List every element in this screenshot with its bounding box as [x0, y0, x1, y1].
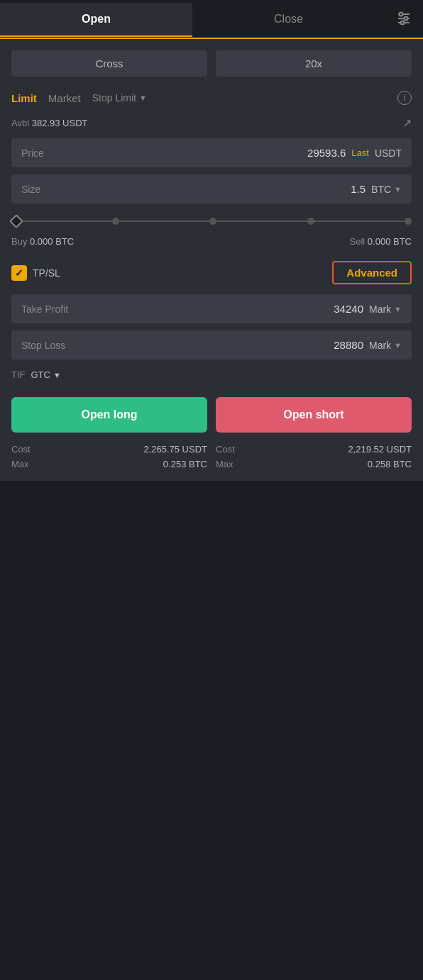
market-type[interactable]: Market [48, 92, 81, 104]
tpsl-row: ✓ TP/SL Advanced [11, 261, 412, 284]
max-long-row: Max 0.253 BTC [11, 459, 207, 469]
size-label: Size [21, 184, 40, 195]
tpsl-label: TP/SL [33, 267, 60, 279]
cost-short-value: 2,219.52 USDT [348, 444, 412, 455]
stop-loss-field[interactable]: Stop Loss 28880 Mark ▼ [11, 330, 412, 360]
take-profit-label: Take Profit [21, 304, 68, 315]
size-value-row: 1.5 BTC ▼ [351, 183, 402, 195]
chevron-down-icon-size: ▼ [394, 185, 402, 194]
mode-row: Cross 20x [11, 50, 412, 77]
info-icon[interactable]: i [397, 91, 412, 105]
max-short-label: Max [216, 459, 234, 469]
take-profit-mark-dropdown[interactable]: Mark ▼ [369, 304, 402, 315]
short-cost-max: Cost 2,219.52 USDT Max 0.258 BTC [216, 444, 412, 469]
tif-value: GTC [31, 369, 50, 380]
size-value: 1.5 [351, 183, 366, 195]
stop-limit-dropdown[interactable]: Stop Limit ▼ [92, 92, 147, 104]
limit-type[interactable]: Limit [11, 92, 37, 104]
buy-display: Buy 0.000 BTC [11, 236, 74, 247]
max-short-row: Max 0.258 BTC [216, 459, 412, 469]
open-long-button[interactable]: Open long [11, 397, 207, 433]
cost-short-label: Cost [216, 444, 235, 455]
slider-line-2 [119, 221, 210, 222]
tab-open[interactable]: Open [0, 3, 192, 37]
avbl-row: Avbl 382.93 USDT ↗ [11, 116, 412, 130]
tif-row: TIF GTC ▼ [11, 369, 412, 380]
cross-button[interactable]: Cross [11, 50, 207, 77]
tif-label: TIF [11, 369, 26, 380]
cost-short-row: Cost 2,219.52 USDT [216, 444, 412, 455]
long-cost-max: Cost 2,265.75 USDT Max 0.253 BTC [11, 444, 207, 469]
slider-dot-4 [405, 218, 412, 225]
avbl-amount: 382.93 USDT [32, 118, 88, 128]
cost-max-row: Cost 2,265.75 USDT Max 0.253 BTC Cost 2,… [11, 444, 412, 469]
take-profit-value: 34240 [334, 303, 363, 315]
max-short-value: 0.258 BTC [368, 459, 412, 469]
slider-dot-1 [112, 218, 119, 225]
size-unit: BTC [371, 184, 391, 195]
stop-loss-value-row: 28880 Mark ▼ [334, 339, 402, 351]
stop-limit-label: Stop Limit [92, 92, 136, 104]
sell-display: Sell 0.000 BTC [350, 236, 412, 247]
slider-line-3 [216, 221, 307, 222]
open-short-button[interactable]: Open short [216, 397, 412, 433]
order-type-row: Limit Market Stop Limit ▼ i [11, 91, 412, 105]
leverage-button[interactable]: 20x [216, 50, 412, 77]
transfer-icon[interactable]: ↗ [402, 116, 412, 130]
take-profit-field[interactable]: Take Profit 34240 Mark ▼ [11, 294, 412, 323]
slider-line-1 [21, 221, 112, 222]
size-field[interactable]: Size 1.5 BTC ▼ [11, 174, 412, 204]
stop-loss-mark: Mark [369, 340, 391, 351]
tif-dropdown[interactable]: GTC ▼ [31, 369, 61, 380]
svg-point-1 [400, 13, 403, 16]
cost-long-value: 2,265.75 USDT [143, 444, 207, 455]
take-profit-mark: Mark [369, 304, 391, 315]
stop-loss-value: 28880 [334, 339, 363, 351]
checkmark-icon: ✓ [15, 267, 23, 279]
size-unit-dropdown[interactable]: BTC ▼ [371, 184, 402, 195]
tab-bar: Open Close [0, 0, 423, 39]
price-tag-last: Last [351, 147, 369, 158]
trading-panel: Open Close Cross 20x Limit Market S [0, 0, 423, 481]
tpsl-checkbox[interactable]: ✓ [11, 265, 27, 281]
slider-container[interactable] [11, 216, 412, 226]
price-label: Price [21, 147, 44, 159]
price-value-row: 29593.6 Last USDT [307, 147, 402, 159]
slider-thumb [9, 214, 23, 228]
take-profit-value-row: 34240 Mark ▼ [334, 303, 402, 315]
slider-track [11, 216, 412, 226]
chevron-down-icon-tp: ▼ [394, 305, 402, 313]
slider-dot-2 [209, 218, 216, 225]
svg-point-3 [405, 17, 408, 21]
buy-sell-row: Buy 0.000 BTC Sell 0.000 BTC [11, 236, 412, 247]
stop-loss-label: Stop Loss [21, 340, 65, 351]
slider-line-4 [314, 221, 405, 222]
tp-sl-fields: Take Profit 34240 Mark ▼ Stop Loss 28880… [11, 294, 412, 360]
slider-dot-3 [307, 218, 314, 225]
chevron-down-icon: ▼ [139, 94, 147, 102]
advanced-button[interactable]: Advanced [332, 261, 412, 284]
stop-loss-mark-dropdown[interactable]: Mark ▼ [369, 340, 402, 351]
settings-icon[interactable] [385, 0, 423, 38]
main-content: Cross 20x Limit Market Stop Limit ▼ i Av… [0, 39, 423, 481]
price-field[interactable]: Price 29593.6 Last USDT [11, 138, 412, 167]
svg-point-5 [401, 21, 405, 25]
max-long-value: 0.253 BTC [163, 459, 207, 469]
max-long-label: Max [11, 459, 29, 469]
chevron-down-icon-tif: ▼ [53, 371, 61, 379]
price-unit: USDT [375, 147, 402, 159]
avbl-label: Avbl 382.93 USDT [11, 118, 87, 128]
tab-close[interactable]: Close [192, 3, 385, 35]
cost-long-row: Cost 2,265.75 USDT [11, 444, 207, 455]
price-value: 29593.6 [307, 147, 346, 159]
action-row: Open long Open short [11, 397, 412, 433]
chevron-down-icon-sl: ▼ [394, 341, 402, 350]
cost-long-label: Cost [11, 444, 31, 455]
